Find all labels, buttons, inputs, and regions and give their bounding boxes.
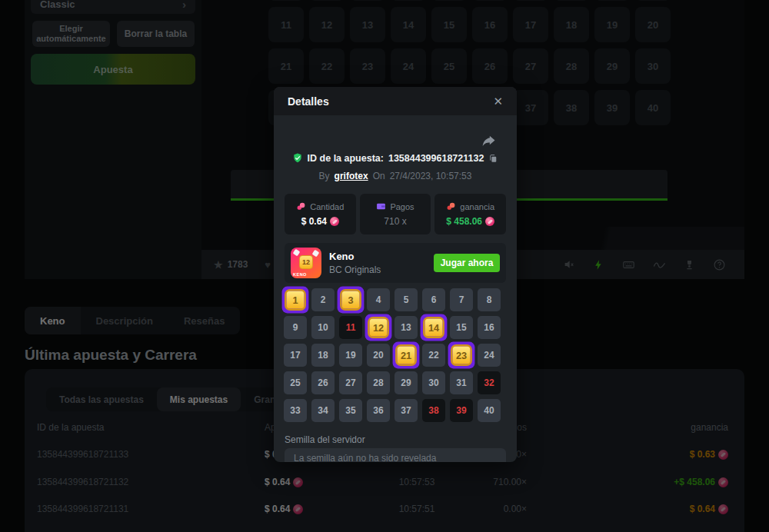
bet-details-modal: Detalles ✕ ID de la apuesta: 13584439961… — [274, 87, 517, 462]
game-card: 12 KENO Keno BC Originals Jugar ahora — [285, 243, 506, 283]
bet-number-26: 26 — [311, 371, 335, 394]
by-label: By — [319, 171, 330, 181]
bet-number-15: 15 — [450, 316, 473, 339]
bet-number-25: 25 — [284, 371, 307, 394]
bet-number-18: 18 — [311, 344, 335, 367]
coins-pink-icon — [296, 201, 306, 211]
bet-number-1: 1 — [282, 287, 309, 314]
keno-page: Classic › Elegir automáticamente Borrar … — [0, 0, 769, 532]
stat-amount: Cantidad $ 0.64 — [285, 194, 356, 234]
bet-number-40: 40 — [478, 399, 501, 422]
game-meta: Keno BC Originals — [329, 251, 381, 275]
bet-number-13: 13 — [394, 316, 418, 339]
bet-number-24: 24 — [478, 344, 501, 367]
stat-payout: Pagos 710 x — [360, 194, 431, 234]
bet-stats-row: Cantidad $ 0.64 Pagos 710 x ganancia $ 4… — [285, 194, 506, 234]
bet-number-38: 38 — [422, 399, 445, 422]
coins-red-icon — [446, 201, 456, 211]
share-icon[interactable] — [481, 135, 497, 153]
copy-icon[interactable] — [488, 154, 498, 164]
modal-title: Detalles — [288, 95, 329, 108]
wallet-icon — [376, 201, 386, 211]
bet-number-9: 9 — [284, 316, 307, 339]
bet-number-12: 12 — [365, 314, 392, 341]
bet-number-27: 27 — [339, 371, 362, 394]
bet-number-14: 14 — [421, 314, 448, 341]
username-link[interactable]: grifotex — [335, 171, 368, 181]
bet-number-6: 6 — [422, 288, 445, 311]
close-icon[interactable]: ✕ — [493, 95, 503, 107]
bet-number-8: 8 — [478, 288, 501, 311]
bet-number-39: 39 — [450, 399, 473, 422]
bet-number-11: 11 — [339, 316, 362, 339]
bet-number-23: 23 — [448, 342, 475, 369]
bet-number-7: 7 — [450, 288, 473, 311]
on-label: On — [373, 171, 385, 181]
bet-number-2: 2 — [311, 288, 335, 311]
bet-number-32: 32 — [478, 371, 501, 394]
bet-number-22: 22 — [422, 344, 445, 367]
bet-id-value: 135844399618721132 — [388, 153, 484, 164]
verified-icon — [292, 153, 303, 164]
bet-number-29: 29 — [394, 371, 418, 394]
bcd-coin-icon — [330, 217, 339, 226]
bet-number-35: 35 — [339, 399, 362, 422]
bet-id-row: ID de la apuesta: 135844399618721132 — [274, 153, 517, 164]
stat-profit: ganancia $ 458.06 — [434, 194, 506, 234]
server-seed-value: La semilla aún no ha sido revelada — [285, 448, 506, 462]
game-title: Keno — [329, 251, 381, 262]
bet-number-21: 21 — [393, 342, 420, 369]
server-seed-label: Semilla del servidor — [285, 434, 365, 445]
game-provider: BC Originals — [329, 264, 381, 275]
bet-number-34: 34 — [311, 399, 335, 422]
bet-number-4: 4 — [367, 288, 390, 311]
bet-number-19: 19 — [339, 344, 362, 367]
modal-header: Detalles ✕ — [274, 87, 517, 115]
bet-number-33: 33 — [284, 399, 307, 422]
bet-number-36: 36 — [367, 399, 390, 422]
bet-number-10: 10 — [311, 316, 335, 339]
bet-number-17: 17 — [284, 344, 307, 367]
keno-game-icon: 12 KENO — [291, 248, 321, 278]
bet-number-20: 20 — [367, 344, 390, 367]
bet-number-16: 16 — [478, 316, 501, 339]
bet-number-28: 28 — [367, 371, 390, 394]
modal-number-grid: 1234567891011121314151617181920212223242… — [284, 288, 501, 422]
bet-number-3: 3 — [338, 287, 365, 314]
bcd-coin-icon — [485, 217, 494, 226]
bet-number-30: 30 — [422, 371, 445, 394]
bet-number-5: 5 — [394, 288, 418, 311]
bet-id-label: ID de la apuesta: — [308, 153, 384, 164]
bet-datetime: 27/4/2023, 10:57:53 — [390, 171, 472, 181]
bet-meta-row: By grifotex On 27/4/2023, 10:57:53 — [274, 171, 517, 181]
bet-number-31: 31 — [450, 371, 473, 394]
bet-number-37: 37 — [394, 399, 418, 422]
play-now-button[interactable]: Jugar ahora — [434, 254, 500, 272]
